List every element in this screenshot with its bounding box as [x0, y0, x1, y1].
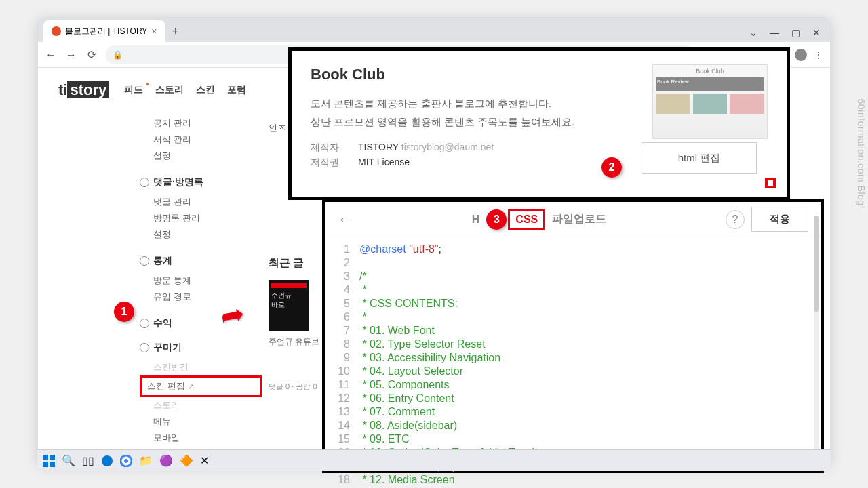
explorer-icon[interactable]: 📁	[139, 454, 153, 467]
sidebar-item[interactable]: 유입 경로	[140, 289, 262, 305]
app-icon[interactable]: ✕	[200, 454, 209, 467]
svg-rect-1	[50, 455, 55, 460]
maximize-icon[interactable]: ▢	[791, 27, 800, 38]
lock-icon: 🔒	[113, 50, 123, 60]
license-label: 저작권	[311, 157, 344, 169]
taskview-icon[interactable]: ▯▯	[82, 454, 94, 467]
license-value: MIT License	[358, 157, 410, 169]
sidebar-item[interactable]: 방명록 관리	[140, 210, 262, 226]
svg-rect-2	[43, 462, 48, 467]
sidebar-skin-edit[interactable]: 스킨 편집↗	[140, 375, 262, 397]
chrome-icon[interactable]	[120, 455, 132, 467]
external-link-icon: ↗	[188, 382, 194, 391]
close-tab-icon[interactable]: ×	[151, 26, 157, 37]
skin-detail-panel: Book Club 도서 콘텐츠를 제공하는 출판사 블로그에 추천합니다. 상…	[288, 47, 790, 200]
sidebar-item[interactable]: 댓글 관리	[140, 194, 262, 210]
annotation-badge-2: 2	[601, 157, 622, 178]
svg-rect-0	[43, 455, 48, 460]
app-icon[interactable]: 🟣	[159, 454, 173, 467]
sidebar-item[interactable]: 방문 통계	[140, 272, 262, 289]
apply-button[interactable]: 적용	[751, 207, 808, 232]
sidebar-item[interactable]: 스토리	[140, 397, 262, 413]
watermark-text: 60information.com Blog!	[856, 99, 867, 209]
browser-tab[interactable]: 블로그관리 | TISTORY ×	[43, 20, 165, 42]
svg-point-4	[102, 455, 113, 466]
nav-links: 피드 스토리 스킨 포럼	[124, 84, 246, 96]
app-icon[interactable]: 🔶	[180, 454, 193, 467]
sidebar-title-comments[interactable]: 댓글·방명록	[140, 176, 262, 188]
sidebar-title-decorate[interactable]: 꾸미기	[140, 342, 262, 354]
author-value: TISTORY tistoryblog@daum.net	[358, 142, 494, 154]
sidebar: 공지 관리 서식 관리 설정 댓글·방명록 댓글 관리 방명록 관리 설정 통계…	[140, 115, 262, 464]
svg-point-6	[124, 459, 128, 463]
sidebar-item[interactable]: 메뉴	[140, 413, 262, 430]
tab-title: 블로그관리 | TISTORY	[65, 26, 147, 37]
skin-thumbnail: Book Club Book Review	[652, 64, 768, 139]
sidebar-item[interactable]: 서식 관리	[140, 131, 262, 148]
avatar-icon[interactable]	[795, 49, 807, 61]
back-button[interactable]: ←	[45, 49, 57, 61]
minimize-icon[interactable]: —	[770, 27, 779, 38]
search-icon[interactable]: 🔍	[62, 454, 75, 467]
tab-strip: 블로그관리 | TISTORY × + ⌄ — ▢ ✕	[38, 18, 830, 42]
sidebar-item[interactable]: 설정	[140, 226, 262, 243]
html-edit-highlight: html 편집	[765, 178, 776, 188]
html-edit-button[interactable]: html 편집	[642, 142, 757, 174]
sidebar-item[interactable]: 모바일	[140, 430, 262, 446]
close-icon[interactable]: ✕	[812, 27, 821, 38]
nav-forum[interactable]: 포럼	[227, 84, 246, 96]
favicon-icon	[52, 26, 61, 36]
svg-rect-3	[50, 462, 55, 467]
chevron-down-icon[interactable]: ⌄	[749, 27, 757, 38]
new-tab-button[interactable]: +	[165, 20, 186, 42]
tistory-logo[interactable]: tistory	[58, 81, 109, 99]
menu-icon[interactable]: ⋮	[814, 49, 823, 60]
sidebar-title-stats[interactable]: 통계	[140, 255, 262, 267]
annotation-badge-3: 3	[486, 209, 507, 230]
stats-icon	[140, 256, 149, 266]
sidebar-item[interactable]: 설정	[140, 148, 262, 164]
sidebar-item[interactable]: 공지 관리	[140, 115, 262, 131]
decorate-icon	[140, 343, 149, 352]
css-editor-panel: ← H 3 CSS 파일업로드 ? 적용 1@charset "utf-8";2…	[322, 199, 824, 473]
post-card[interactable]: 주언규 바로	[269, 280, 309, 331]
tab-css[interactable]: CSS	[508, 209, 545, 230]
revenue-icon	[140, 319, 149, 328]
help-button[interactable]: ?	[726, 210, 745, 229]
nav-skin[interactable]: 스킨	[196, 84, 215, 96]
nav-feed[interactable]: 피드	[124, 84, 143, 96]
author-label: 제작자	[311, 142, 344, 154]
taskbar: 🔍 ▯▯ 📁 🟣 🔶 ✕	[37, 449, 831, 471]
tab-html[interactable]: H	[467, 211, 486, 228]
comment-icon	[140, 178, 149, 187]
reload-button[interactable]: ⟳	[85, 48, 98, 61]
tab-upload[interactable]: 파일업로드	[547, 209, 612, 229]
forward-button[interactable]: →	[65, 49, 77, 61]
scrollbar[interactable]	[814, 216, 819, 456]
editor-back-button[interactable]: ←	[338, 211, 353, 228]
nav-story[interactable]: 스토리	[155, 84, 184, 96]
sidebar-item[interactable]: 스킨변경	[140, 359, 262, 375]
annotation-badge-1: 1	[114, 302, 134, 322]
windows-icon[interactable]	[43, 455, 55, 467]
edge-icon[interactable]	[101, 455, 113, 467]
